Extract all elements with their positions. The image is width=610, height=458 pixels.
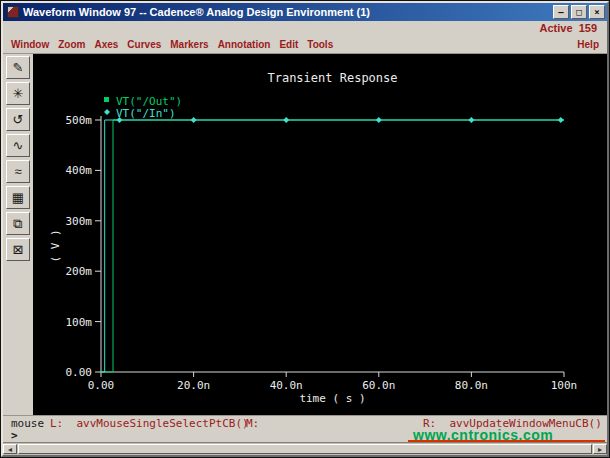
scroll-right-icon[interactable]: ▸ <box>593 444 607 454</box>
zoom-fit-icon[interactable]: ✳ <box>6 82 30 105</box>
maximize-button[interactable]: □ <box>571 5 587 19</box>
x-tick-label: 100n <box>551 379 578 392</box>
menubar-items: WindowZoomAxesCurvesMarkersAnnotationEdi… <box>11 39 342 50</box>
application-window: Waveform Window 97 -- Cadence® Analog De… <box>1 1 609 457</box>
table-icon[interactable]: ▦ <box>6 186 30 209</box>
x-tick-label: 40.0n <box>270 379 303 392</box>
data-point-marker[interactable] <box>558 117 564 123</box>
x-axis-label: time ( s ) <box>299 392 365 405</box>
horizontal-scrollbar[interactable]: ◂ ▸ <box>3 442 607 455</box>
legend-label[interactable]: VT("/In") <box>116 107 176 120</box>
data-point-marker[interactable] <box>468 117 474 123</box>
window-menu-icon[interactable] <box>7 6 19 18</box>
menu-annotation[interactable]: Annotation <box>218 39 271 50</box>
menu-help[interactable]: Help <box>577 39 599 50</box>
menu-tools[interactable]: Tools <box>307 39 333 50</box>
data-point-marker[interactable] <box>191 117 197 123</box>
menu-curves[interactable]: Curves <box>127 39 161 50</box>
data-point-marker[interactable] <box>283 117 289 123</box>
scroll-thumb[interactable] <box>18 444 592 454</box>
y-axis-label: ( V ) <box>49 229 62 262</box>
delete-icon[interactable]: ⊠ <box>6 238 30 261</box>
legend-marker <box>104 97 109 102</box>
chart-title: Transient Response <box>267 71 397 85</box>
mouse-middle-binding: M: <box>246 417 259 430</box>
command-prompt[interactable]: > <box>11 429 18 442</box>
menu-axes[interactable]: Axes <box>94 39 118 50</box>
probe-icon[interactable]: ✎ <box>6 56 30 79</box>
y-tick-label: 300m <box>66 215 93 228</box>
active-status-row: Active 159 <box>3 21 607 35</box>
series-2-curve[interactable] <box>101 120 564 372</box>
menu-markers[interactable]: Markers <box>170 39 208 50</box>
command-line-row: > www.cntronics.com <box>3 430 607 442</box>
data-point-marker[interactable] <box>376 117 382 123</box>
copy-window-icon[interactable]: ⧉ <box>6 212 30 235</box>
redraw-icon[interactable]: ↺ <box>6 108 30 131</box>
waveform-strip-icon[interactable]: ≈ <box>6 160 30 183</box>
x-tick-label: 20.0n <box>177 379 210 392</box>
x-tick-label: 60.0n <box>362 379 395 392</box>
waveform-overlay-icon[interactable]: ∿ <box>6 134 30 157</box>
minimize-button[interactable]: – <box>553 5 569 19</box>
chart-canvas[interactable]: Transient Response0.00100m200m300m400m50… <box>33 54 607 415</box>
window-controls: – □ × <box>551 5 605 19</box>
window-title: Waveform Window 97 -- Cadence® Analog De… <box>23 6 551 18</box>
close-button[interactable]: × <box>589 5 605 19</box>
series-1-curve[interactable] <box>101 120 564 372</box>
active-indicator: Active 159 <box>540 22 597 34</box>
mouse-left-binding: L: avvMouseSingleSelectPtCB() <box>50 417 249 430</box>
menu-window[interactable]: Window <box>11 39 49 50</box>
legend-marker <box>104 109 110 115</box>
x-tick-label: 0.00 <box>88 379 115 392</box>
menubar: WindowZoomAxesCurvesMarkersAnnotationEdi… <box>3 35 607 53</box>
y-tick-label: 200m <box>66 265 93 278</box>
left-toolbar: ✎✳↺∿≈▦⧉⊠ <box>3 54 33 415</box>
main-area: ✎✳↺∿≈▦⧉⊠ Transient Response0.00100m200m3… <box>3 53 607 415</box>
waveform-plot[interactable]: Transient Response0.00100m200m300m400m50… <box>33 54 607 415</box>
scroll-left-icon[interactable]: ◂ <box>3 444 17 454</box>
menu-zoom[interactable]: Zoom <box>58 39 85 50</box>
y-tick-label: 0.00 <box>66 366 93 379</box>
y-tick-label: 100m <box>66 316 93 329</box>
y-tick-label: 400m <box>66 164 93 177</box>
y-tick-label: 500m <box>66 114 93 127</box>
titlebar[interactable]: Waveform Window 97 -- Cadence® Analog De… <box>3 3 607 21</box>
menu-edit[interactable]: Edit <box>279 39 298 50</box>
x-tick-label: 80.0n <box>455 379 488 392</box>
